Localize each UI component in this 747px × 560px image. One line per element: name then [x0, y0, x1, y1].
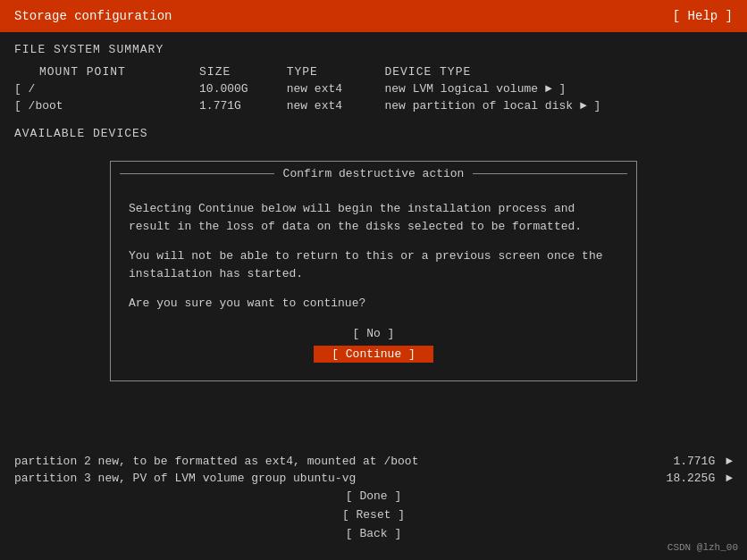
modal-para1: Selecting Continue below will begin the … [129, 200, 618, 235]
list-item[interactable]: partition 3 new, PV of LVM volume group … [14, 472, 733, 485]
help-button[interactable]: [ Help ] [673, 9, 733, 23]
modal-body: Selecting Continue below will begin the … [111, 186, 636, 380]
device-label: partition 3 new, PV of LVM volume group … [14, 472, 356, 485]
continue-button[interactable]: [ Continue ] [314, 346, 433, 363]
fs-summary-title: FILE SYSTEM SUMMARY [14, 43, 733, 56]
main-content: FILE SYSTEM SUMMARY MOUNT POINT SIZE TYP… [0, 32, 747, 160]
device-label: partition 2 new, to be formatted as ext4… [14, 455, 418, 468]
bottom-buttons: [ Done ] [ Reset ] [ Back ] [324, 488, 423, 542]
reset-button[interactable]: [ Reset ] [324, 506, 423, 523]
modal-title: Confirm destructive action [274, 167, 474, 180]
col-mount-point: MOUNT POINT [14, 63, 199, 80]
back-button[interactable]: [ Back ] [328, 525, 419, 542]
arrow-icon: ► [726, 455, 733, 468]
device-size: 1.771G [673, 455, 715, 468]
list-item[interactable]: partition 2 new, to be formatted as ext4… [14, 455, 733, 468]
devices-section: partition 2 new, to be formatted as ext4… [14, 455, 733, 489]
modal-buttons: [ No ] [ Continue ] [129, 325, 618, 363]
done-button[interactable]: [ Done ] [328, 488, 419, 505]
modal-title-bar: Confirm destructive action [111, 162, 636, 186]
modal-para2: You will not be able to return to this o… [129, 247, 618, 282]
watermark: CSDN @lzh_00 [667, 542, 738, 553]
col-device-type: DEVICE TYPE [384, 63, 733, 80]
confirm-modal: Confirm destructive action Selecting Con… [110, 161, 637, 381]
title-bar: Storage configuration [ Help ] [0, 0, 747, 32]
table-row[interactable]: [ / 10.000G new ext4 new LVM logical vol… [14, 80, 733, 97]
device-size: 18.225G [667, 472, 716, 485]
fs-table: MOUNT POINT SIZE TYPE DEVICE TYPE [ / 10… [14, 63, 733, 114]
no-button[interactable]: [ No ] [335, 325, 413, 342]
arrow-icon: ► [726, 472, 733, 485]
app-title: Storage configuration [14, 9, 172, 23]
col-type: TYPE [287, 63, 385, 80]
table-row[interactable]: [ /boot 1.771G new ext4 new partition of… [14, 97, 733, 114]
col-size: SIZE [199, 63, 287, 80]
modal-para3: Are you sure you want to continue? [129, 295, 618, 313]
available-devices-label: AVAILABLE DEVICES [14, 127, 733, 140]
